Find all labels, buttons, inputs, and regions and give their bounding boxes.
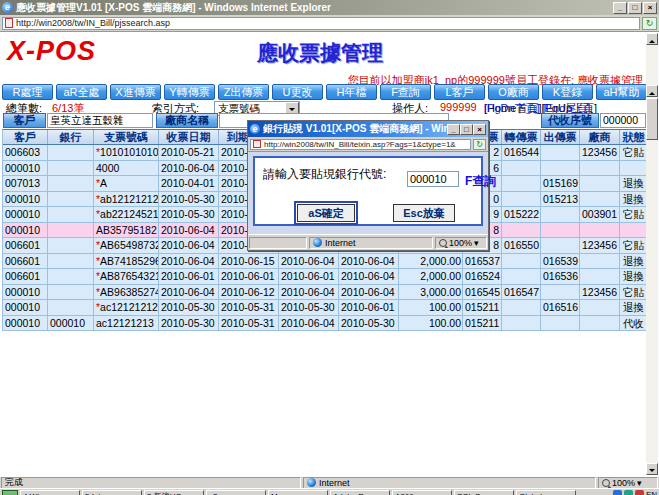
address-input[interactable]: http://win2008/tw/IN_Bill/pjssearch.asp [2,17,640,30]
ie-icon: e [2,2,13,13]
cell: 100.00 [399,300,463,315]
start-button[interactable] [2,490,18,495]
cell: 它貼 [620,238,648,253]
cell [502,300,541,315]
scroll-thumb[interactable] [646,98,658,140]
dialog-titlebar: e 銀行貼現 V1.01[X-POS 雲端商務網] - Windo... _ □… [248,121,488,137]
cell: 015213 [541,192,580,207]
cell: 3,000.00 [399,285,463,300]
taskbar-item[interactable]: 3 新浪UC [144,490,204,495]
flag-asterisk: * [96,193,100,205]
menu-R處理[interactable]: R處理 [2,84,53,100]
cell [541,161,580,176]
taskbar-item[interactable]: Macrom... [268,490,328,495]
cell: *AB74185296 [94,254,159,269]
cell: 2010-05-30 [159,207,219,222]
minimize-button[interactable]: _ [613,2,627,14]
menu-L客戶[interactable]: L客戶 [434,84,485,100]
table-row[interactable]: 000010*AB963852742010-06-042010-06-12201… [3,285,647,301]
refresh-icon[interactable]: ↻ [473,139,486,150]
dialog-address-bar: http://win2008/tw/IN_Bill/teixin.asp?Fag… [248,137,488,152]
cell: 000010 [3,192,48,207]
tray-icon[interactable] [624,490,633,495]
tray-language[interactable]: EN [646,490,657,495]
taskbar-item[interactable]: A866... [392,490,452,495]
page-content: X-POS 應收票據管理 您目前以加盟商ik1_np的999999號員工登錄在:… [0,32,659,476]
vertical-scrollbar[interactable] [646,33,658,475]
dialog-address-input[interactable]: http://win2008/tw/IN_Bill/teixin.asp?Fag… [250,139,471,150]
cell: 006601 [3,269,48,284]
dialog-minimize-button[interactable]: _ [447,124,460,135]
taskbar-item[interactable]: 5 Int... [82,490,142,495]
tray-icon[interactable] [613,490,622,495]
cell [502,176,541,191]
cell: *1010101010 [94,145,159,160]
tray-icon[interactable] [635,490,644,495]
cell: *ab22124521 [94,207,159,222]
cell [48,192,94,207]
dialog-maximize-button[interactable]: □ [460,124,473,135]
cell: 2010-05-30 [159,192,219,207]
scroll-up-icon[interactable] [646,85,658,97]
menu-O廠商[interactable]: O廠商 [488,84,539,100]
cell [48,223,94,238]
table-row[interactable]: 006601*AB741852962010-06-042010-06-15201… [3,254,647,270]
flag-asterisk: * [96,286,100,298]
dialog-title: 銀行貼現 V1.01[X-POS 雲端商務網] - Windo... [263,122,447,136]
table-row[interactable]: 000010*ac121212122010-05-302010-05-31201… [3,300,647,316]
menu-Z出傳票[interactable]: Z出傳票 [218,84,269,100]
internet-globe-icon [307,478,316,487]
flag-asterisk: * [96,146,100,158]
cell: 退換 [620,269,648,284]
collect-serial-input[interactable]: 000000 [600,113,646,128]
table-row[interactable]: 000010000010ac121212132010-05-302010-05-… [3,316,647,332]
close-button[interactable]: × [643,2,657,14]
menu-F查詢[interactable]: F查詢 [380,84,431,100]
zoom-control[interactable]: 100% ▾ [598,477,658,489]
cell: 4000 [94,161,159,176]
cancel-button[interactable]: Esc放棄 [393,204,455,222]
bank-code-input[interactable] [407,171,459,187]
taskbar-item[interactable]: Adobe P... [330,490,390,495]
cell [48,161,94,176]
cell: 2010-06-04 [159,285,219,300]
menu-aH幫助[interactable]: aH幫助 [596,84,647,100]
cell: 2010-06-01 [339,300,399,315]
table-row[interactable]: 006601*AB876543212010-06-012010-06-01201… [3,269,647,285]
taskbar-item[interactable]: Global... [516,490,576,495]
dialog-close-button[interactable]: × [473,124,486,135]
cell [48,176,94,191]
cell: 2010-05-30 [279,300,339,315]
cell [541,145,580,160]
cell: 016524 [463,269,502,284]
collect-serial-label: 代收序號 [541,113,599,128]
cell [541,316,580,331]
broken-page-icon [5,18,13,28]
taskbar-item[interactable]: s3... [206,490,266,495]
cell: 2010-05-30 [159,316,219,331]
customer-input[interactable]: 皇英立達五穀雜 [47,113,153,128]
cell: 000010 [3,285,48,300]
cell: 007013 [3,176,48,191]
cell: 003901 [580,207,620,222]
menu-X進傳票[interactable]: X進傳票 [110,84,161,100]
confirm-button[interactable]: aS確定 [297,204,355,222]
dialog-zoom-control[interactable]: 100% ▾ [435,237,487,249]
taskbar-item[interactable]: 4 Win... [20,490,80,495]
menu-K登錄[interactable]: K登錄 [542,84,593,100]
menu-aR全處[interactable]: aR全處 [56,84,107,100]
query-link[interactable]: F查詢 [465,173,496,190]
scroll-down-icon[interactable] [646,463,658,475]
scroll-up-icon[interactable] [646,33,658,45]
flag-asterisk: * [96,301,100,313]
menu-U更改[interactable]: U更改 [272,84,323,100]
menu-H年檔[interactable]: H年檔 [326,84,377,100]
bank-discount-dialog: e 銀行貼現 V1.01[X-POS 雲端商務網] - Windo... _ □… [247,120,489,251]
cell [502,192,541,207]
refresh-icon[interactable]: ↻ [642,17,657,30]
menu-Y轉傳票[interactable]: Y轉傳票 [164,84,215,100]
maximize-button[interactable]: □ [628,2,642,14]
taskbar-item[interactable]: SQL S... [454,490,514,495]
cell: 016536 [541,269,580,284]
flag-asterisk: * [96,255,100,267]
